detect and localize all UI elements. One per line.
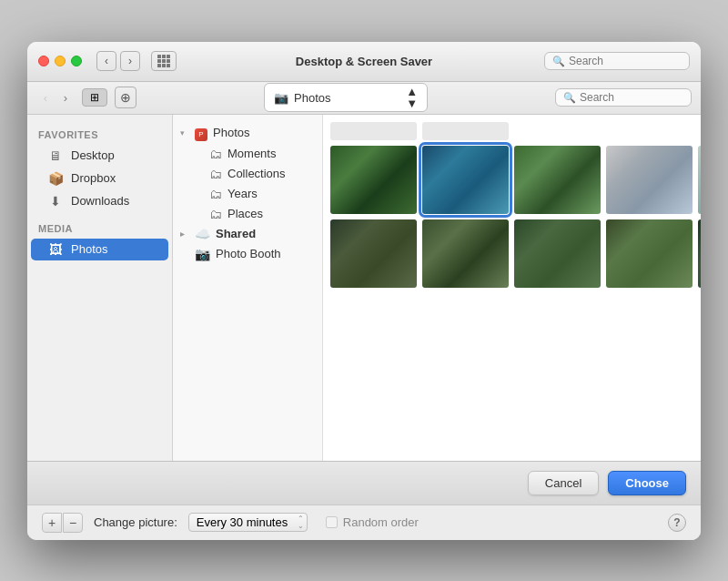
sidebar-item-dropbox[interactable]: 📦 Dropbox	[31, 168, 168, 189]
tree-places-icon: 🗂	[209, 207, 222, 221]
photo-thumb-8[interactable]	[422, 219, 509, 288]
remove-button[interactable]: −	[63, 513, 83, 533]
tree-moments-icon: 🗂	[209, 147, 222, 161]
random-order-label: Random order	[343, 515, 419, 529]
tree-photobooth-label: Photo Booth	[216, 247, 281, 260]
tree-item-years[interactable]: 🗂 Years	[173, 184, 322, 204]
sidebar-item-downloads[interactable]: ⬇ Downloads	[31, 190, 168, 212]
new-folder-icon: ⊕	[120, 90, 131, 105]
toolbar-forward-button[interactable]: ›	[56, 88, 75, 107]
sidebar-downloads-label: Downloads	[71, 194, 129, 208]
location-label: 📷 Photos	[274, 91, 330, 105]
title-bar: ‹ › Desktop & Screen Saver 🔍	[27, 42, 701, 82]
sidebar-dropbox-label: Dropbox	[71, 171, 116, 185]
dropbox-icon: 📦	[47, 171, 64, 186]
traffic-lights	[38, 56, 82, 66]
window-title: Desktop & Screen Saver	[296, 55, 432, 68]
bottom-bar: Cancel Choose	[27, 461, 701, 505]
tree-item-moments[interactable]: 🗂 Moments	[173, 144, 322, 164]
interval-selector-wrap: Every 30 minutes	[188, 513, 308, 532]
title-bar-search-box[interactable]: 🔍	[544, 52, 690, 70]
cancel-button[interactable]: Cancel	[528, 471, 599, 495]
title-bar-nav: ‹ ›	[96, 51, 177, 71]
tree-moments-label: Moments	[228, 147, 276, 160]
toolbar: ‹ › ⊞ ⊕ 📷 Photos ▲▼ 🔍	[27, 82, 701, 115]
interval-selector[interactable]: Every 30 minutes	[188, 513, 308, 532]
tree-years-icon: 🗂	[209, 187, 222, 201]
partial-placeholder	[330, 122, 417, 140]
location-selector[interactable]: 📷 Photos ▲▼	[264, 83, 428, 112]
ds-panel: + − Change picture: Every 30 minutes Ran…	[27, 505, 701, 540]
tree-photobooth-icon: 📷	[195, 247, 210, 261]
sidebar-photos-label: Photos	[71, 242, 107, 256]
view-mode-button[interactable]: ⊞	[82, 88, 107, 107]
tree-shared-label: Shared	[216, 227, 256, 240]
tree-item-photobooth[interactable]: 📷 Photo Booth	[173, 244, 322, 264]
open-panel-window: ‹ › Desktop & Screen Saver 🔍 ‹ › ⊞	[27, 42, 701, 540]
toolbar-search-icon: 🔍	[563, 92, 576, 104]
toolbar-search-box[interactable]: 🔍	[555, 88, 692, 107]
photos-location-icon: 📷	[274, 91, 288, 105]
photo-thumb-2[interactable]	[422, 146, 509, 214]
location-arrows-icon: ▲▼	[406, 86, 418, 109]
maximize-button[interactable]	[71, 56, 82, 66]
photo-thumb-3[interactable]	[514, 146, 601, 214]
photo-row-1	[330, 146, 701, 214]
sidebar-item-photos[interactable]: 🖼 Photos	[31, 239, 168, 260]
photo-thumb-11[interactable]	[698, 219, 701, 288]
toolbar-back-button[interactable]: ‹	[36, 88, 55, 107]
tree-places-label: Places	[228, 207, 263, 220]
favorites-section-title: Favorites	[27, 126, 172, 144]
random-order-checkbox[interactable]	[326, 516, 338, 528]
tree-collections-icon: 🗂	[209, 167, 222, 181]
media-section-title: Media	[27, 219, 172, 238]
view-mode-icon: ⊞	[90, 91, 99, 104]
tree-toggle-shared	[180, 229, 191, 239]
close-button[interactable]	[38, 56, 49, 66]
tree-shared-icon: ☁️	[195, 227, 210, 241]
add-remove-buttons: + −	[42, 513, 83, 533]
main-content: Favorites 🖥 Desktop 📦 Dropbox ⬇ Download…	[27, 115, 701, 461]
grid-view-button[interactable]	[151, 51, 177, 71]
help-button[interactable]: ?	[668, 514, 686, 532]
photo-thumb-10[interactable]	[606, 219, 693, 288]
random-order-row: Random order	[326, 515, 419, 529]
tree-item-photos-root[interactable]: P Photos	[173, 122, 322, 144]
photos-sidebar-icon: 🖼	[47, 242, 64, 257]
photo-thumb-9[interactable]	[514, 219, 601, 288]
search-icon: 🔍	[552, 56, 565, 67]
choose-button[interactable]: Choose	[608, 471, 686, 495]
downloads-icon: ⬇	[47, 194, 64, 209]
photo-thumb-5[interactable]	[698, 146, 701, 214]
tree-collections-label: Collections	[228, 167, 286, 180]
tree-years-label: Years	[228, 187, 258, 200]
sidebar: Favorites 🖥 Desktop 📦 Dropbox ⬇ Download…	[27, 115, 173, 461]
forward-button[interactable]: ›	[120, 51, 140, 71]
tree-sidebar: P Photos 🗂 Moments 🗂 Collections	[173, 115, 323, 461]
partial-placeholder-2	[422, 122, 509, 140]
tree-photos-label: Photos	[213, 126, 249, 139]
tree-photos-icon: P	[195, 125, 207, 141]
photo-row-top-partial	[330, 122, 701, 140]
toolbar-search-input[interactable]	[580, 91, 683, 104]
add-button[interactable]: +	[42, 513, 62, 533]
toolbar-nav: ‹ ›	[36, 88, 75, 107]
sidebar-desktop-label: Desktop	[71, 148, 115, 162]
minimize-button[interactable]	[55, 56, 66, 66]
tree-item-shared[interactable]: ☁️ Shared	[173, 224, 322, 244]
tree-item-places[interactable]: 🗂 Places	[173, 204, 322, 224]
grid-icon	[157, 55, 170, 67]
photo-row-2	[330, 219, 701, 288]
title-bar-search-input[interactable]	[569, 55, 682, 67]
tree-item-collections[interactable]: 🗂 Collections	[173, 164, 322, 184]
sidebar-item-desktop[interactable]: 🖥 Desktop	[31, 145, 168, 167]
photo-thumb-7[interactable]	[330, 219, 417, 288]
file-pane: P Photos 🗂 Moments 🗂 Collections	[173, 115, 701, 461]
photo-thumb-1[interactable]	[330, 146, 417, 214]
photo-grid	[323, 115, 701, 461]
back-button[interactable]: ‹	[96, 51, 116, 71]
new-folder-button[interactable]: ⊕	[115, 87, 136, 108]
change-picture-label: Change picture:	[94, 515, 177, 529]
photo-thumb-4[interactable]	[606, 146, 693, 214]
tree-toggle-photos	[180, 128, 191, 138]
